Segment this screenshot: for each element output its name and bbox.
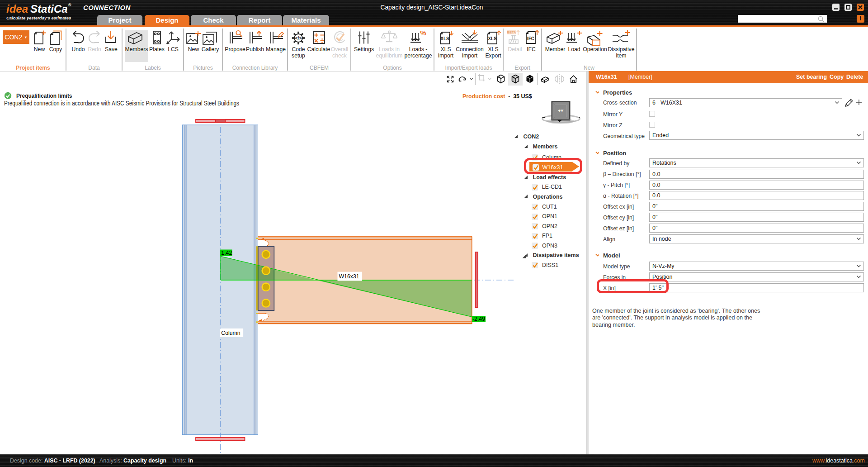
svg-text:BETA: BETA (507, 30, 516, 34)
svg-text:+Y: +Y (558, 108, 564, 113)
svg-text:XLS: XLS (488, 36, 497, 41)
svg-text:1.42: 1.42 (221, 250, 232, 256)
svg-text:XLS: XLS (440, 36, 449, 41)
svg-text:Column: Column (221, 330, 241, 336)
svg-text:IFC: IFC (527, 36, 534, 41)
svg-text:W16x31: W16x31 (339, 273, 359, 280)
svg-text:-2.49: -2.49 (472, 316, 485, 322)
svg-text:</>: </> (295, 35, 302, 41)
svg-text:%: % (420, 29, 426, 37)
